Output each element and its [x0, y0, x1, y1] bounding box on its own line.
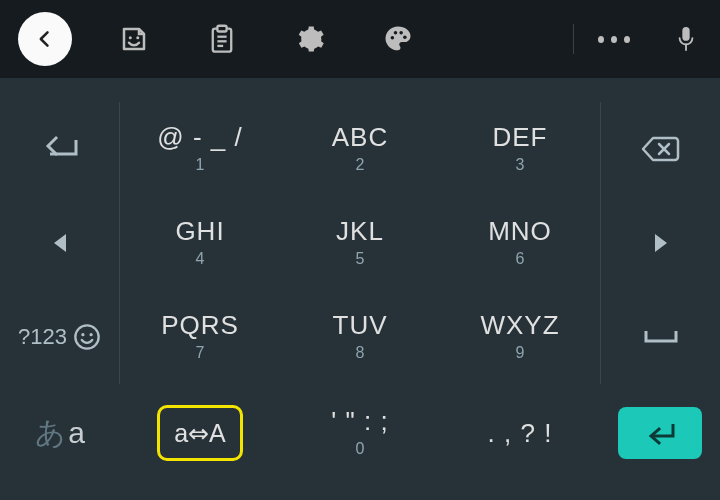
cursor-left-key[interactable] — [0, 196, 120, 290]
backspace-key[interactable] — [600, 102, 720, 196]
enter-key[interactable] — [600, 384, 720, 482]
palette-icon[interactable] — [382, 23, 414, 55]
back-button[interactable] — [18, 12, 72, 66]
key-sub-label: 1 — [196, 156, 205, 174]
keyboard: @ - _ / 1 ABC 2 DEF 3 GHI 4 JKL 5 MNO 6 — [0, 78, 720, 482]
backspace-icon — [641, 134, 681, 164]
key-sub-label: 3 — [516, 156, 525, 174]
case-toggle-key[interactable]: a⇔A — [120, 384, 280, 482]
key-jkl[interactable]: JKL 5 — [280, 196, 440, 290]
svg-point-0 — [129, 36, 132, 39]
key-main-label: PQRS — [161, 312, 239, 338]
key-main-label: WXYZ — [480, 312, 559, 338]
gear-icon[interactable] — [294, 23, 326, 55]
chevron-left-icon — [35, 29, 55, 49]
key-main-label: ' " : ; — [331, 408, 388, 434]
key-main-label: MNO — [488, 218, 552, 244]
svg-rect-3 — [217, 26, 226, 32]
key-sub-label: 7 — [196, 344, 205, 362]
cursor-right-key[interactable] — [600, 196, 720, 290]
mic-icon[interactable] — [670, 23, 702, 55]
svg-point-10 — [403, 35, 407, 39]
key-ghi[interactable]: GHI 4 — [120, 196, 280, 290]
key-main-label: @ - _ / — [157, 124, 242, 150]
key-sub-label: 0 — [356, 440, 365, 458]
key-sub-label: 4 — [196, 250, 205, 268]
toolbar — [0, 0, 720, 78]
space-key[interactable] — [600, 290, 720, 384]
undo-arrow-icon — [38, 134, 82, 164]
keyboard-row: あ a a⇔A ' " : ; 0 . , ? ! — [0, 384, 720, 482]
key-main-label: JKL — [336, 218, 384, 244]
svg-point-17 — [89, 333, 92, 336]
svg-point-7 — [391, 36, 395, 40]
svg-rect-11 — [682, 27, 689, 41]
key-sub-label: 2 — [356, 156, 365, 174]
keyboard-row: GHI 4 JKL 5 MNO 6 — [0, 196, 720, 290]
case-toggle-highlight: a⇔A — [157, 405, 243, 461]
key-tuv[interactable]: TUV 8 — [280, 290, 440, 384]
key-abc[interactable]: ABC 2 — [280, 102, 440, 196]
svg-point-8 — [394, 31, 398, 35]
key-main-label: . , ? ! — [488, 420, 553, 446]
key-def[interactable]: DEF 3 — [440, 102, 600, 196]
key-quotes[interactable]: ' " : ; 0 — [280, 384, 440, 482]
key-punct[interactable]: . , ? ! — [440, 384, 600, 482]
key-main-label: GHI — [175, 218, 224, 244]
svg-point-1 — [136, 36, 139, 39]
key-main-label: ABC — [332, 124, 388, 150]
key-pqrs[interactable]: PQRS 7 — [120, 290, 280, 384]
lang-en-label: a — [68, 416, 85, 450]
key-sub-label: 8 — [356, 344, 365, 362]
undo-key[interactable] — [0, 102, 120, 196]
toolbar-divider — [573, 24, 574, 54]
lang-jp-label: あ — [35, 413, 66, 454]
space-icon — [643, 328, 679, 346]
svg-point-9 — [399, 31, 403, 35]
symbols-emoji-key[interactable]: ?123 — [0, 290, 120, 384]
key-mno[interactable]: MNO 6 — [440, 196, 600, 290]
key-main-label: TUV — [333, 312, 388, 338]
key-wxyz[interactable]: WXYZ 9 — [440, 290, 600, 384]
keyboard-row: ?123 PQRS 7 TUV 8 WXYZ 9 — [0, 290, 720, 384]
symbols-label: ?123 — [18, 324, 67, 350]
triangle-left-icon — [51, 232, 69, 254]
key-symbols-1[interactable]: @ - _ / 1 — [120, 102, 280, 196]
key-main-label: DEF — [493, 124, 548, 150]
case-toggle-label: a⇔A — [174, 419, 226, 448]
svg-point-15 — [75, 325, 98, 348]
enter-icon — [641, 420, 679, 446]
key-sub-label: 5 — [356, 250, 365, 268]
emoji-icon — [73, 323, 101, 351]
triangle-right-icon — [652, 232, 670, 254]
sticker-icon[interactable] — [118, 23, 150, 55]
svg-point-16 — [81, 333, 84, 336]
keyboard-row: @ - _ / 1 ABC 2 DEF 3 — [0, 102, 720, 196]
key-sub-label: 6 — [516, 250, 525, 268]
language-switch-key[interactable]: あ a — [0, 384, 120, 482]
clipboard-icon[interactable] — [206, 23, 238, 55]
more-icon[interactable] — [598, 23, 630, 55]
key-sub-label: 9 — [516, 344, 525, 362]
